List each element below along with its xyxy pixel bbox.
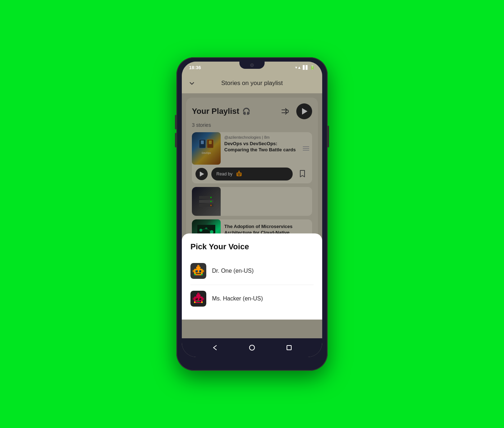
phone-device: 18:36 ▾▲ ▋▋ 🔋 Stories on your playlist bbox=[176, 57, 328, 371]
home-circle-icon bbox=[249, 345, 255, 351]
svg-point-54 bbox=[199, 298, 201, 299]
status-time: 18:36 bbox=[189, 65, 201, 70]
voice-option-dr-one[interactable]: Dr. One (en-US) bbox=[182, 257, 322, 285]
recent-apps-icon bbox=[287, 345, 292, 350]
svg-rect-63 bbox=[198, 293, 199, 294]
status-icons: ▾▲ ▋▋ 🔋 bbox=[295, 65, 315, 70]
svg-rect-48 bbox=[201, 274, 203, 275]
svg-rect-45 bbox=[203, 270, 204, 272]
main-content: Your Playlist 🎧 bbox=[182, 93, 322, 338]
voice-picker-modal: Pick Your Voice bbox=[182, 233, 322, 320]
svg-rect-44 bbox=[193, 270, 194, 272]
svg-rect-61 bbox=[193, 298, 194, 300]
svg-rect-65 bbox=[201, 302, 203, 303]
modal-bottom-padding bbox=[182, 312, 322, 320]
voice-option-ms-hacker-label: Ms. Hacker (en-US) bbox=[212, 295, 263, 302]
camera bbox=[250, 63, 254, 67]
volume-up-button bbox=[175, 115, 176, 129]
volume-down-button bbox=[175, 133, 176, 147]
ms-hacker-avatar bbox=[190, 291, 206, 307]
signal-icon: ▋▋ bbox=[303, 65, 309, 70]
phone-screen: 18:36 ▾▲ ▋▋ 🔋 Stories on your playlist bbox=[182, 62, 322, 357]
svg-rect-56 bbox=[197, 301, 198, 302]
svg-rect-47 bbox=[194, 274, 195, 275]
notch bbox=[239, 62, 265, 69]
svg-point-53 bbox=[196, 298, 197, 299]
svg-point-36 bbox=[196, 271, 197, 272]
svg-rect-64 bbox=[194, 302, 195, 303]
bottom-nav bbox=[182, 338, 322, 357]
svg-point-37 bbox=[199, 271, 201, 272]
voice-option-ms-hacker[interactable]: Ms. Hacker (en-US) bbox=[182, 285, 322, 312]
battery-icon: 🔋 bbox=[310, 65, 315, 70]
svg-rect-57 bbox=[198, 301, 199, 302]
svg-rect-40 bbox=[198, 273, 199, 274]
top-bar: Stories on your playlist bbox=[182, 73, 322, 93]
svg-rect-62 bbox=[203, 298, 204, 300]
power-button bbox=[328, 126, 329, 147]
wifi-icon: ▾▲ bbox=[295, 65, 301, 70]
recent-apps-button[interactable] bbox=[282, 340, 296, 355]
status-bar: 18:36 ▾▲ ▋▋ 🔋 bbox=[182, 62, 322, 73]
voice-picker-title: Pick Your Voice bbox=[182, 242, 322, 257]
dr-one-avatar bbox=[190, 263, 206, 279]
back-chevron-button[interactable] bbox=[188, 79, 196, 88]
svg-rect-39 bbox=[197, 273, 198, 274]
svg-rect-46 bbox=[198, 265, 199, 267]
page-title: Stories on your playlist bbox=[201, 80, 303, 87]
back-nav-button[interactable] bbox=[208, 340, 222, 355]
voice-option-dr-one-label: Dr. One (en-US) bbox=[212, 268, 254, 274]
voice-picker-overlay[interactable]: Pick Your Voice bbox=[182, 93, 322, 338]
home-nav-button[interactable] bbox=[245, 340, 259, 355]
